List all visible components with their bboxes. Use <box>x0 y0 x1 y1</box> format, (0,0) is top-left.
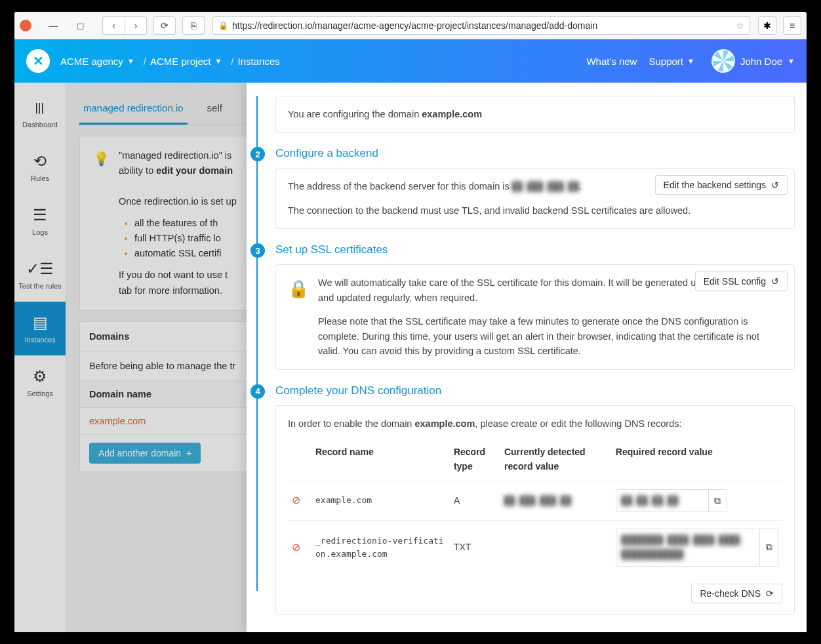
whats-new-link[interactable]: What's new <box>586 56 637 67</box>
server-icon: ▤ <box>33 313 48 332</box>
chart-icon: ⫼ <box>32 98 48 117</box>
step-title: Complete your DNS configuration <box>275 384 795 397</box>
user-avatar <box>711 49 735 73</box>
recheck-dns-button[interactable]: Re-check DNS⟳ <box>691 584 782 603</box>
edit-ssl-button[interactable]: Edit SSL config↺ <box>695 272 788 291</box>
breadcrumb-section[interactable]: Instances <box>238 56 280 67</box>
undo-icon: ↺ <box>771 276 779 287</box>
sidebar-item-rules[interactable]: ⟲Rules <box>14 140 66 194</box>
required-value: ████████-████-████-████-████████████⧉ <box>616 529 778 566</box>
plus-icon: + <box>186 448 191 458</box>
bulb-icon: 💡 <box>93 148 110 298</box>
nav-forward-button[interactable]: › <box>125 16 147 35</box>
nav-back-button[interactable]: ‹ <box>102 16 125 35</box>
step-3-card: Edit SSL config↺ 🔒 We will automatically… <box>275 264 795 369</box>
window-minimize-button[interactable]: — <box>47 20 59 31</box>
logs-icon: ☰ <box>33 206 47 224</box>
user-menu[interactable]: John Doe ▼ <box>711 49 795 73</box>
step-4-card: In order to enable the domain example.co… <box>275 405 795 614</box>
menu-button[interactable]: ≡ <box>783 16 801 35</box>
chevron-down-icon: ▼ <box>687 57 694 65</box>
add-domain-button[interactable]: Add another domain+ <box>89 443 201 464</box>
breadcrumb-project[interactable]: ACME project▼ <box>150 56 222 67</box>
extension-button[interactable]: ✱ <box>758 16 776 35</box>
browser-chrome: — ◻ ‹ › ⟳ ⎘ 🔒 https://redirection.io/man… <box>14 12 807 39</box>
add-domain-panel: You are configuring the domain example.c… <box>247 83 807 632</box>
copy-button[interactable]: ⧉ <box>708 490 727 512</box>
url-bar[interactable]: 🔒 https://redirection.io/manager/acme-ag… <box>212 16 750 35</box>
dns-table: Record name Record type Currently detect… <box>288 439 782 574</box>
url-text: https://redirection.io/manager/acme-agen… <box>232 20 597 31</box>
step-title: Configure a backend <box>275 147 795 160</box>
app-header: ✕ ACME agency▼ / ACME project▼ / Instanc… <box>14 39 807 83</box>
warning-icon: ⊘ <box>292 542 300 553</box>
sidebar-item-instances[interactable]: ▤Instances <box>14 302 66 355</box>
chevron-down-icon: ▼ <box>127 57 134 65</box>
bookmark-star-icon[interactable]: ☆ <box>736 20 744 31</box>
sidebar-item-dashboard[interactable]: ⫼Dashboard <box>14 87 66 140</box>
breadcrumb-agency[interactable]: ACME agency▼ <box>60 56 134 67</box>
undo-icon: ↺ <box>771 180 779 190</box>
step-1-card: You are configuring the domain example.c… <box>275 96 795 132</box>
window-maximize-button[interactable]: ◻ <box>75 20 87 31</box>
lock-icon: 🔒 <box>218 21 228 30</box>
chevron-down-icon: ▼ <box>788 57 795 65</box>
step-badge-4: 4 <box>250 384 265 399</box>
sidebar-item-test[interactable]: ✓☰Test the rules <box>14 248 66 302</box>
dns-row: ⊘ example.com A ██.███.███.██ ██.██.██.█… <box>288 481 782 521</box>
reload-icon: ⟳ <box>766 588 774 599</box>
step-title: Set up SSL certificates <box>275 243 795 256</box>
support-menu[interactable]: Support▼ <box>649 56 694 67</box>
tab-self[interactable]: self <box>203 96 226 125</box>
chevron-down-icon: ▼ <box>214 57 222 65</box>
warning-icon: ⊘ <box>292 494 300 506</box>
lock-icon: 🔒 <box>288 275 309 358</box>
tab-managed[interactable]: managed redirection.io <box>79 96 188 125</box>
nav-reader-button[interactable]: ⎘ <box>182 16 205 35</box>
edit-backend-button[interactable]: Edit the backend settings↺ <box>655 175 788 195</box>
nav-reload-button[interactable]: ⟳ <box>153 16 176 35</box>
sidebar-item-logs[interactable]: ☰Logs <box>14 194 66 248</box>
step-2-card: Edit the backend settings↺ The address o… <box>275 168 795 229</box>
app-logo[interactable]: ✕ <box>26 49 50 73</box>
required-value: ██.██.██.██⧉ <box>616 489 727 513</box>
sidebar: ⫼Dashboard ⟲Rules ☰Logs ✓☰Test the rules… <box>14 83 66 632</box>
rules-icon: ⟲ <box>33 152 47 171</box>
test-icon: ✓☰ <box>26 260 54 278</box>
copy-button[interactable]: ⧉ <box>759 529 778 565</box>
step-badge-2: 2 <box>250 147 265 161</box>
dns-row: ⊘ _redirectionio-verification.example.co… <box>288 521 782 574</box>
step-badge-3: 3 <box>250 243 265 258</box>
gear-icon: ⚙ <box>33 367 47 386</box>
window-close-button[interactable] <box>20 20 31 31</box>
sidebar-item-settings[interactable]: ⚙Settings <box>14 355 66 409</box>
